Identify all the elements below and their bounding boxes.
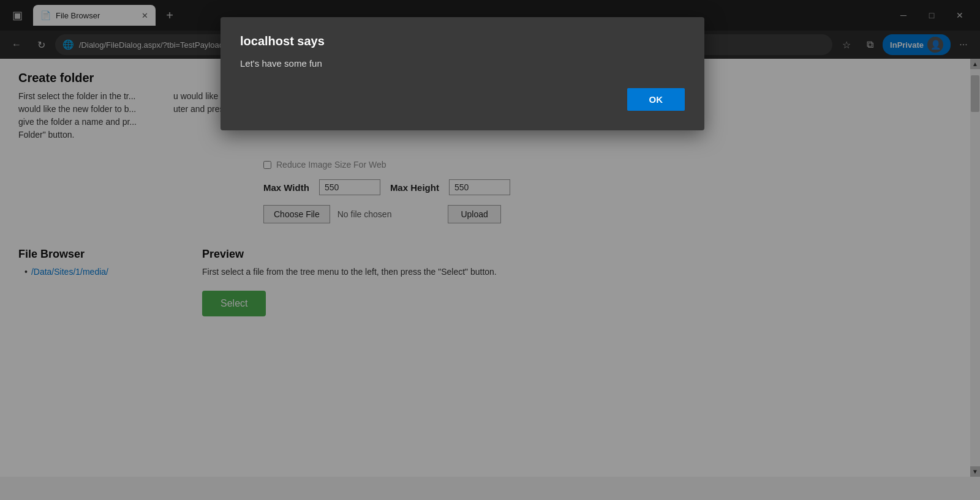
alert-message: Let's have some fun (240, 58, 685, 69)
alert-title: localhost says (240, 34, 685, 48)
alert-ok-button[interactable]: OK (627, 88, 685, 111)
alert-dialog: localhost says Let's have some fun OK (221, 17, 704, 130)
